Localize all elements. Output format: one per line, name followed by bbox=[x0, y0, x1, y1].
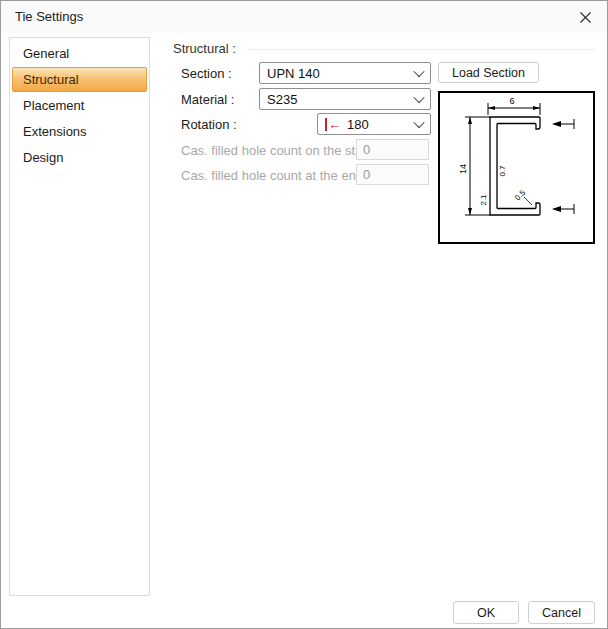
sidebar-item-label: General bbox=[23, 46, 69, 61]
ok-button[interactable]: OK bbox=[453, 601, 519, 624]
holes-start-label: Cas. filled hole count on the start : bbox=[181, 143, 378, 158]
dim-lip: 0.5 bbox=[513, 188, 528, 203]
section-preview: 6 14 0.7 2.1 0.5 bbox=[438, 91, 595, 244]
rotation-arrow-icon: ← bbox=[325, 118, 341, 131]
dim-web-thickness: 0.7 bbox=[498, 165, 507, 177]
sidebar-item-design[interactable]: Design bbox=[12, 145, 147, 170]
rotation-dropdown-value: 180 bbox=[347, 117, 409, 132]
sidebar-item-label: Extensions bbox=[23, 124, 87, 139]
sidebar-item-structural[interactable]: Structural bbox=[12, 67, 147, 92]
close-icon bbox=[580, 12, 591, 23]
dim-height: 14 bbox=[458, 164, 468, 174]
chevron-down-icon bbox=[413, 66, 424, 77]
dim-bottom: 2.1 bbox=[479, 194, 488, 206]
sidebar-item-general[interactable]: General bbox=[12, 41, 147, 66]
close-button[interactable] bbox=[568, 4, 602, 30]
group-title-structural: Structural : bbox=[173, 41, 236, 56]
material-label: Material : bbox=[181, 92, 234, 107]
material-dropdown[interactable]: S235 bbox=[259, 88, 431, 110]
settings-category-list: General Structural Placement Extensions … bbox=[9, 37, 150, 596]
load-section-button[interactable]: Load Section bbox=[438, 62, 539, 83]
tie-settings-dialog: Tie Settings General Structural Placemen… bbox=[0, 0, 608, 629]
group-divider bbox=[249, 49, 595, 50]
section-label: Section : bbox=[181, 66, 232, 81]
holes-end-input: 0 bbox=[356, 164, 429, 185]
holes-end-label: Cas. filled hole count at the end : bbox=[181, 168, 370, 183]
rotation-label: Rotation : bbox=[181, 117, 237, 132]
section-dropdown[interactable]: UPN 140 bbox=[259, 62, 431, 84]
holes-start-input: 0 bbox=[356, 139, 429, 160]
sidebar-item-extensions[interactable]: Extensions bbox=[12, 119, 147, 144]
sidebar-item-placement[interactable]: Placement bbox=[12, 93, 147, 118]
holes-end-value: 0 bbox=[363, 167, 370, 182]
sidebar-item-label: Placement bbox=[23, 98, 84, 113]
dialog-title: Tie Settings bbox=[15, 9, 83, 24]
section-dropdown-value: UPN 140 bbox=[267, 66, 409, 81]
sidebar-item-label: Structural bbox=[23, 72, 79, 87]
rotation-dropdown[interactable]: ← 180 bbox=[317, 113, 431, 135]
section-preview-drawing: 6 14 0.7 2.1 0.5 bbox=[440, 93, 593, 242]
material-dropdown-value: S235 bbox=[267, 92, 409, 107]
dim-flange-width: 6 bbox=[509, 96, 514, 106]
cancel-button[interactable]: Cancel bbox=[528, 601, 595, 624]
holes-start-value: 0 bbox=[363, 142, 370, 157]
orientation-arrow-bottom bbox=[552, 204, 574, 214]
chevron-down-icon bbox=[413, 92, 424, 103]
title-bar: Tie Settings bbox=[1, 1, 607, 33]
sidebar-item-label: Design bbox=[23, 150, 63, 165]
chevron-down-icon bbox=[413, 117, 424, 128]
orientation-arrow-top bbox=[552, 119, 574, 129]
